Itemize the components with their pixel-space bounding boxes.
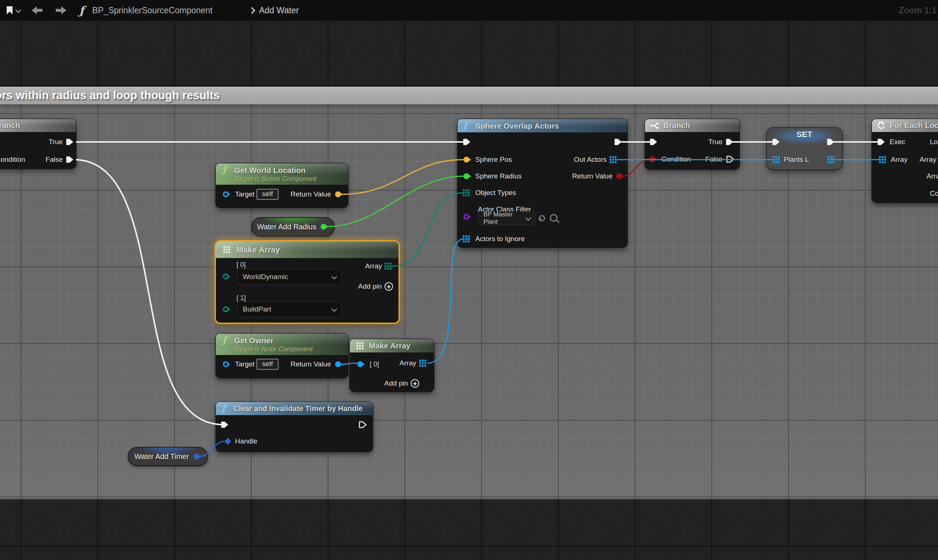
comment-box-header[interactable]: ors within radius and loop though result… bbox=[0, 87, 938, 104]
pin-array-out[interactable] bbox=[384, 263, 386, 265]
node-title: Make Array bbox=[369, 342, 410, 350]
node-branch-right[interactable]: Branch Condition True False bbox=[645, 119, 739, 169]
pin-return-value[interactable] bbox=[335, 361, 341, 367]
graph-toolbar: ƒ BP_SprinklerSourceComponent Add Water … bbox=[0, 0, 938, 21]
variable-label: Water Add Timer bbox=[128, 452, 195, 461]
pin-condition[interactable] bbox=[650, 156, 655, 162]
actor-class-dropdown[interactable]: BP Master Plant bbox=[478, 211, 535, 225]
node-title: Make Array bbox=[236, 245, 280, 255]
exec-pin-in[interactable] bbox=[772, 138, 780, 146]
node-make-array-1[interactable]: Make Array [ 0] WorldDynamic Array Add p… bbox=[216, 242, 398, 323]
pin-label-actors-to-ignore: Actors to Ignore bbox=[475, 235, 525, 243]
pin-label-array-index-truncated: Arra bbox=[927, 172, 938, 180]
pin-timer-out[interactable] bbox=[193, 454, 199, 459]
pin-label-array-element-truncated: Array E bbox=[919, 155, 938, 164]
pin-element0[interactable] bbox=[223, 274, 229, 280]
pin-label-condition: Condition bbox=[661, 155, 691, 163]
forward-arrow-bar bbox=[56, 9, 62, 12]
pin-plants-in[interactable] bbox=[773, 156, 774, 158]
pin-element0[interactable] bbox=[357, 361, 363, 367]
pin-object-types[interactable] bbox=[463, 189, 464, 191]
exec-pin-false[interactable] bbox=[726, 155, 734, 163]
pin-label-index1: [ 1] bbox=[236, 294, 246, 302]
node-clear-invalidate-timer[interactable]: ƒ Clear and Invalidate Timer by Handle H… bbox=[216, 402, 373, 452]
function-graph-icon: ƒ bbox=[79, 4, 84, 17]
pin-radius-out[interactable] bbox=[321, 224, 327, 230]
pin-label-false: False bbox=[705, 155, 722, 163]
add-pin-button[interactable]: + bbox=[384, 282, 393, 291]
add-pin-button[interactable]: + bbox=[411, 379, 419, 388]
pin-label-true: True bbox=[708, 138, 722, 146]
exec-pin-false[interactable] bbox=[66, 156, 74, 163]
function-icon: ƒ bbox=[222, 336, 226, 345]
pin-sphere-pos[interactable] bbox=[463, 157, 469, 163]
node-sphere-overlap-actors[interactable]: ƒ Sphere Overlap Actors Sphere Pos Spher… bbox=[458, 119, 627, 248]
exec-pin-true[interactable] bbox=[725, 138, 734, 146]
pin-array-in[interactable] bbox=[879, 156, 881, 158]
pin-out-actors[interactable] bbox=[609, 156, 611, 158]
pin-array-out[interactable] bbox=[419, 360, 421, 362]
element1-dropdown[interactable]: BuildPart bbox=[237, 302, 341, 317]
blueprint-editor: ors within radius and loop though result… bbox=[0, 0, 938, 560]
element0-value: WorldDynamic bbox=[243, 273, 288, 281]
pin-label-plants: Plants L bbox=[784, 155, 809, 164]
node-title: SET bbox=[797, 130, 813, 139]
back-arrow-bar bbox=[37, 9, 42, 12]
zoom-level-indicator: Zoom 1:1 bbox=[899, 6, 936, 15]
use-selected-icon[interactable] bbox=[539, 215, 545, 222]
node-branch-left[interactable]: Branch Condition True False bbox=[0, 119, 76, 168]
function-icon: ƒ bbox=[463, 121, 467, 130]
pin-label-index0: [ 0] bbox=[236, 261, 246, 269]
make-array-icon bbox=[356, 343, 358, 344]
pin-return-value[interactable] bbox=[335, 191, 341, 197]
pin-label-sphere-pos: Sphere Pos bbox=[475, 155, 512, 164]
node-get-world-location[interactable]: ƒ Get World Location Target is Scene Com… bbox=[216, 163, 348, 208]
breadcrumb-graph[interactable]: Add Water bbox=[259, 6, 299, 15]
exec-pin-in[interactable] bbox=[650, 138, 657, 146]
exec-pin-in[interactable] bbox=[463, 138, 471, 146]
exec-pin-exec[interactable] bbox=[877, 138, 885, 146]
pin-label-target: Target bbox=[235, 190, 255, 198]
node-water-add-timer[interactable]: Water Add Timer bbox=[128, 448, 207, 465]
make-array-icon bbox=[223, 246, 225, 248]
exec-pin-out[interactable] bbox=[359, 421, 367, 428]
pin-sphere-radius[interactable] bbox=[463, 173, 469, 179]
pin-element1[interactable] bbox=[223, 306, 229, 312]
pin-label-completed-truncated: Co bbox=[930, 189, 938, 198]
pin-label-return-value: Return Value bbox=[291, 360, 332, 368]
node-title: For Each Loop bbox=[890, 121, 938, 130]
breadcrumb-blueprint[interactable]: BP_SprinklerSourceComponent bbox=[92, 6, 213, 15]
element1-value: BuildPart bbox=[243, 305, 271, 313]
exec-pin-out[interactable] bbox=[614, 138, 622, 146]
browse-asset-icon[interactable] bbox=[550, 214, 558, 222]
node-water-add-radius[interactable]: Water Add Radius bbox=[252, 218, 334, 235]
pin-label-target: Target bbox=[235, 360, 255, 368]
target-self-value[interactable]: self bbox=[256, 189, 279, 200]
comment-title: ors within radius and loop though result… bbox=[0, 89, 220, 102]
pin-label-exec: Exec bbox=[890, 138, 905, 146]
node-make-array-2[interactable]: Make Array [ 0] Array Add pin + bbox=[350, 339, 434, 392]
pin-return-value[interactable] bbox=[616, 173, 622, 179]
element0-dropdown[interactable]: WorldDynamic bbox=[237, 269, 341, 285]
bookmark-dropdown-chevron-icon[interactable] bbox=[15, 8, 22, 13]
node-title: Get World Location bbox=[234, 166, 305, 175]
variable-label: Water Add Radius bbox=[252, 223, 321, 231]
exec-pin-in[interactable] bbox=[221, 421, 229, 428]
pin-label-true: True bbox=[49, 138, 63, 146]
bookmark-icon[interactable] bbox=[7, 6, 12, 14]
node-set-plants[interactable]: SET Plants L bbox=[767, 128, 842, 169]
for-each-loop-icon bbox=[876, 121, 886, 130]
function-icon: ƒ bbox=[222, 166, 226, 174]
target-self-value[interactable]: self bbox=[256, 359, 279, 370]
pin-plants-out[interactable] bbox=[827, 156, 829, 158]
forward-arrow-icon bbox=[61, 6, 66, 14]
pin-target[interactable] bbox=[223, 361, 229, 367]
pin-actor-class-filter[interactable] bbox=[463, 214, 469, 220]
pin-handle[interactable] bbox=[224, 438, 231, 445]
exec-pin-true[interactable] bbox=[66, 138, 74, 146]
pin-label-index0: [ 0] bbox=[370, 360, 379, 368]
node-get-owner[interactable]: ƒ Get Owner Target is Actor Component Ta… bbox=[216, 334, 348, 378]
exec-pin-out[interactable] bbox=[827, 138, 835, 146]
pin-target[interactable] bbox=[223, 191, 229, 197]
pin-actors-to-ignore[interactable] bbox=[463, 235, 464, 237]
